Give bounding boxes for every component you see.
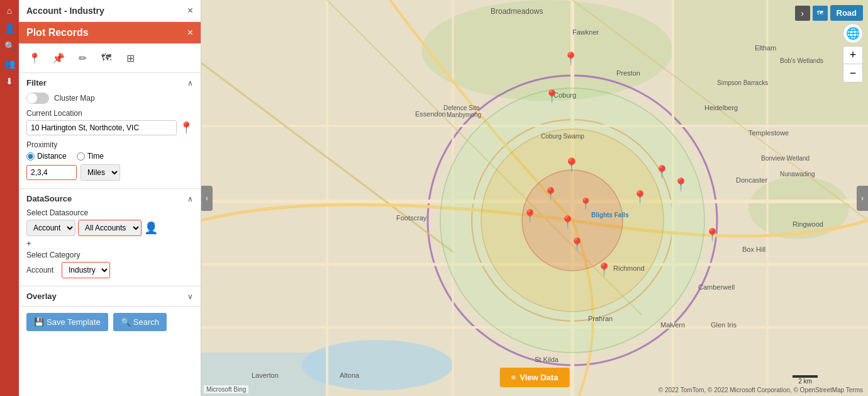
distance-label-text: Distance [37, 152, 67, 161]
svg-text:Manbymong: Manbymong [447, 111, 481, 118]
location-pin-icon: 📍 [179, 121, 193, 135]
filter-chevron-icon: ∧ [187, 79, 193, 88]
svg-text:Bonview Wetland: Bonview Wetland [761, 155, 810, 162]
svg-text:📍: 📍 [596, 262, 612, 277]
sidebar-users-btn[interactable]: 👥 [1, 55, 18, 72]
svg-text:📍: 📍 [704, 227, 720, 242]
all-accounts-select[interactable]: All Accounts [78, 220, 142, 236]
time-label-text: Time [87, 152, 104, 161]
svg-text:Coburg Swamp: Coburg Swamp [541, 133, 584, 140]
proximity-input[interactable] [26, 165, 77, 180]
svg-text:Richmond: Richmond [613, 264, 645, 272]
zoom-controls: + − [843, 46, 863, 82]
svg-text:📍: 📍 [544, 89, 560, 104]
sidebar-user-btn[interactable]: 👤 [1, 20, 18, 37]
overlay-chevron-icon: ∨ [187, 292, 193, 301]
road-button[interactable]: Road [830, 5, 864, 21]
plot-records-title: Plot Records [26, 27, 89, 38]
select-datasource-label: Select Datasource [26, 208, 193, 217]
location-input[interactable] [26, 120, 177, 135]
toolbar-row: 📍 📌 ✏ 🗺 ⊞ [19, 43, 201, 73]
time-radio-label[interactable]: Time [77, 152, 104, 161]
toolbar-edit-btn[interactable]: ✏ [72, 47, 93, 69]
datasource-user-icon: 👤 [144, 221, 158, 235]
svg-text:📍: 📍 [563, 157, 581, 174]
map-background: Broadmeadows Fawkner Eltham Preston Esse… [201, 0, 868, 396]
search-button[interactable]: 🔍 Search [113, 313, 167, 331]
expand-panel-tab[interactable]: › [857, 186, 868, 211]
account-select[interactable]: Account [26, 220, 75, 236]
svg-text:📍: 📍 [563, 51, 579, 66]
svg-text:Defence Site: Defence Site [443, 105, 480, 111]
toolbar-map-btn[interactable]: 🗺 [96, 47, 117, 69]
svg-text:Ringwood: Ringwood [793, 220, 823, 228]
overlay-section-title: Overlay [26, 291, 57, 301]
toolbar-location-btn[interactable]: 📍 [24, 47, 45, 69]
svg-text:Altona: Altona [340, 371, 360, 379]
filter-section-header[interactable]: Filter ∧ [26, 78, 193, 88]
industry-select[interactable]: Industry Type Status [62, 262, 110, 278]
map-type-symbol: 🗺 [817, 9, 823, 16]
plot-records-header: Plot Records × [19, 22, 201, 43]
main-panel: Account - Industry × Plot Records × 📍 📌 … [19, 0, 201, 396]
scale-label: 2 km [798, 378, 812, 385]
svg-text:Camberwell: Camberwell [698, 283, 735, 291]
svg-point-3 [421, 0, 673, 101]
svg-text:Malvern: Malvern [660, 321, 685, 329]
overlay-section-header[interactable]: Overlay ∨ [19, 286, 201, 307]
distance-radio-label[interactable]: Distance [26, 152, 67, 161]
map-attribution: © 2022 TomTom, © 2022 Microsoft Corporat… [659, 387, 863, 393]
plot-records-close-button[interactable]: × [187, 27, 193, 38]
search-icon: 🔍 [121, 317, 131, 327]
svg-text:Blights Falls: Blights Falls [591, 212, 629, 218]
svg-text:Heidelberg: Heidelberg [704, 104, 738, 111]
map-area[interactable]: Broadmeadows Fawkner Eltham Preston Esse… [201, 0, 868, 396]
category-row: Account Industry Type Status [26, 262, 193, 278]
globe-button[interactable]: 🌐 [843, 23, 863, 43]
datasource-section: DataSource ∧ Select Datasource Account A… [19, 189, 201, 286]
svg-text:Footscray: Footscray [396, 214, 427, 222]
svg-text:Preston: Preston [616, 69, 640, 77]
svg-text:Essendon: Essendon [415, 110, 446, 118]
distance-unit-select[interactable]: Miles Km [81, 164, 120, 181]
sidebar-download-btn[interactable]: ⬇ [1, 73, 18, 89]
account-cat-label: Account [26, 266, 58, 274]
cluster-map-toggle[interactable] [26, 93, 49, 104]
proximity-radio-row: Distance Time [26, 152, 193, 161]
distance-radio[interactable] [26, 152, 35, 161]
expand-icon: › [861, 194, 864, 203]
zoom-out-button[interactable]: − [843, 64, 862, 82]
map-expand-icon[interactable]: › [795, 6, 810, 21]
collapse-panel-tab[interactable]: ‹ [201, 186, 213, 211]
zoom-in-button[interactable]: + [843, 47, 862, 64]
panel-header-title: Account - Industry [26, 6, 104, 16]
toolbar-table-btn[interactable]: ⊞ [120, 47, 141, 69]
collapse-icon: ‹ [206, 194, 208, 203]
datasource-chevron-icon: ∧ [187, 195, 193, 203]
datasource-selects-row: Account All Accounts 👤 [26, 220, 193, 236]
datasource-section-header[interactable]: DataSource ∧ [26, 194, 193, 203]
filter-section-title: Filter [26, 78, 47, 88]
svg-text:📍: 📍 [579, 197, 593, 211]
sidebar-home-btn[interactable]: ⌂ [1, 3, 18, 19]
panel-header: Account - Industry × [19, 0, 201, 22]
panel-close-button[interactable]: × [187, 5, 193, 16]
expand-icon-symbol: › [801, 8, 804, 18]
svg-text:Eltham: Eltham [755, 44, 776, 52]
add-datasource-button[interactable]: + [26, 239, 193, 248]
sidebar-search-btn[interactable]: 🔍 [1, 38, 18, 54]
view-data-button[interactable]: ≡ View Data [500, 368, 570, 387]
toolbar-pin-btn[interactable]: 📌 [48, 47, 69, 69]
svg-text:Prahran: Prahran [588, 315, 613, 322]
proximity-value-row: Miles Km [26, 164, 193, 181]
svg-text:📍: 📍 [560, 215, 576, 230]
svg-text:Doncaster: Doncaster [736, 176, 767, 184]
save-template-button[interactable]: 💾 Save Template [26, 313, 108, 331]
svg-text:Laverton: Laverton [252, 371, 279, 379]
time-radio[interactable] [77, 152, 85, 161]
cluster-map-row: Cluster Map [26, 93, 193, 104]
map-type-icon[interactable]: 🗺 [813, 6, 828, 21]
search-label: Search [133, 317, 159, 327]
svg-text:📍: 📍 [654, 164, 670, 179]
svg-text:Nunawading: Nunawading [780, 171, 815, 178]
